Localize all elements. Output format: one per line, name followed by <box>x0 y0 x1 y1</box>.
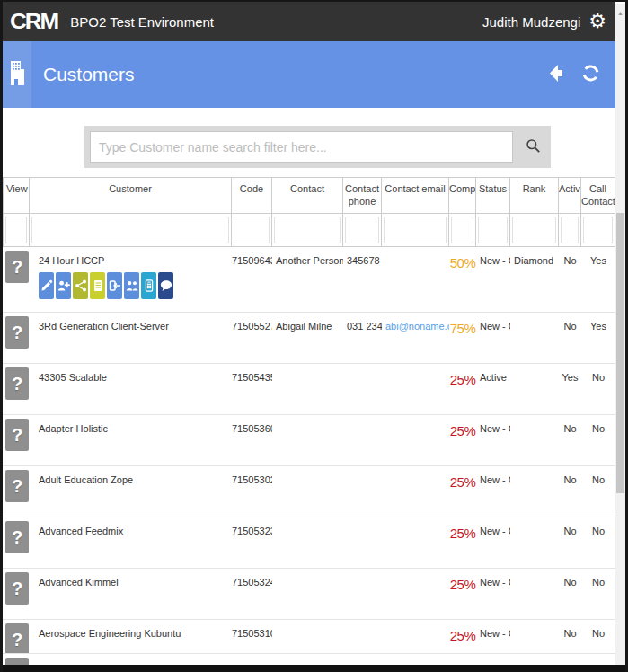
cell-contact-email <box>382 569 449 619</box>
cell-contact: Abigail Milne <box>272 313 343 363</box>
filter-cell-email <box>382 214 449 246</box>
cell-rank <box>510 569 559 619</box>
col-header-code[interactable]: Code <box>232 178 272 213</box>
cell-contact-phone <box>343 466 382 517</box>
scrollbar-thumb[interactable] <box>616 213 624 493</box>
col-header-contact[interactable]: Contact <box>272 178 343 213</box>
customer-name: 3Rd Generation Client-Server <box>33 321 232 332</box>
filter-contact-input[interactable] <box>274 217 341 243</box>
grid-header-row: ViewCustomerCodeContactContact phoneCont… <box>3 177 615 214</box>
email-link[interactable]: abi@noname.com <box>385 321 449 332</box>
filter-rank-input[interactable] <box>512 217 556 243</box>
cell-contact-phone: 345678 <box>343 247 382 312</box>
cell-call-contact: No <box>581 620 615 653</box>
cell-complete: 25% <box>449 620 476 653</box>
contacts-button[interactable] <box>124 272 139 299</box>
cell-contact <box>272 364 343 414</box>
filter-email-input[interactable] <box>384 217 447 243</box>
cell-code: 71505302 <box>232 466 272 517</box>
col-header-name[interactable]: Customer <box>30 178 232 213</box>
col-header-email[interactable]: Contact email <box>382 178 449 213</box>
edit-icon <box>40 279 53 292</box>
filter-view-input[interactable] <box>5 217 27 243</box>
customer-row[interactable]: ?43305 Scalable7150543525%ActiveYesNo <box>3 364 615 415</box>
cell-contact-phone <box>343 569 382 619</box>
view-customer-button[interactable]: ? <box>5 251 29 283</box>
view-customer-button[interactable]: ? <box>5 419 29 451</box>
cell-complete: 75% <box>449 313 476 363</box>
col-header-phone[interactable]: Contact phone <box>343 178 382 213</box>
search-bar <box>84 126 551 168</box>
cell-contact-email <box>382 415 449 465</box>
col-header-complete[interactable]: Complete <box>449 178 476 213</box>
chat-button[interactable] <box>158 272 173 299</box>
current-user-name: Judith Mudzengi <box>482 14 580 30</box>
cell-contact-phone: 031 234 567 <box>343 313 382 363</box>
customer-name: 43305 Scalable <box>33 372 232 383</box>
filter-phone-input[interactable] <box>345 217 379 243</box>
contacts-icon <box>126 279 138 292</box>
scroll-up-icon[interactable]: ▲ <box>615 4 625 16</box>
cell-contact-email: abi@noname.com <box>382 313 449 363</box>
search-icon[interactable] <box>526 138 541 157</box>
customer-row[interactable]: ?Aerospace Engineering Kubuntu7150531025… <box>3 620 615 654</box>
complete-percent: 75% <box>450 321 476 336</box>
col-header-view[interactable]: View <box>3 178 30 213</box>
view-customer-button[interactable]: ? <box>5 521 29 553</box>
share-button[interactable] <box>73 272 88 299</box>
cell-rank <box>510 313 559 363</box>
cell-complete: 25% <box>449 364 476 414</box>
settings-gear-icon[interactable]: ⚙ <box>588 12 606 31</box>
filter-name-input[interactable] <box>31 217 229 243</box>
cell-active: No <box>559 313 581 363</box>
search-input[interactable] <box>90 131 513 163</box>
filter-status-input[interactable] <box>478 217 508 243</box>
back-button[interactable] <box>548 63 570 87</box>
col-header-status[interactable]: Status <box>476 178 510 213</box>
add-contact-button[interactable] <box>56 272 71 299</box>
cell-active: No <box>559 569 581 619</box>
edit-button[interactable] <box>39 272 54 299</box>
filter-active-input[interactable] <box>561 217 579 243</box>
cell-rank <box>510 517 559 568</box>
cell-code: 71505435 <box>232 364 272 414</box>
cell-call-contact: No <box>581 364 615 414</box>
filter-code-input[interactable] <box>234 217 270 243</box>
keypad-button[interactable] <box>141 272 156 299</box>
customers-module-button[interactable] <box>3 41 31 108</box>
col-header-rank[interactable]: Rank <box>510 178 559 213</box>
cell-contact-phone <box>343 364 382 414</box>
customer-row[interactable]: ?24 Hour HCCP71509643Another Person34567… <box>3 247 615 313</box>
cell-contact: Another Person <box>272 247 343 312</box>
view-customer-button[interactable]: ? <box>5 316 29 349</box>
filter-cell-status <box>476 214 510 246</box>
sign-in-button[interactable] <box>107 272 122 299</box>
filter-call_contact-input[interactable] <box>583 217 613 243</box>
view-customer-button[interactable]: ? <box>5 367 29 400</box>
customer-row[interactable]: ?3Rd Generation Client-Server71505527Abi… <box>3 313 615 364</box>
refresh-button[interactable] <box>580 63 601 87</box>
customer-row[interactable]: ?Advanced Kimmel7150532425%New - CRMNoNo <box>3 569 615 620</box>
complete-percent: 50% <box>450 255 476 270</box>
cell-contact <box>272 415 343 465</box>
col-header-active[interactable]: Active <box>559 178 581 213</box>
view-customer-button[interactable]: ? <box>5 623 29 653</box>
cell-view: ? <box>3 620 30 653</box>
grid-filter-row <box>3 214 615 247</box>
customer-row[interactable]: ?Advanced Feedmix7150532325%New - CRMNoN… <box>3 517 615 569</box>
customer-row[interactable]: ?Adult Education Zope7150530225%New - CR… <box>3 466 615 517</box>
cell-rank <box>510 466 559 517</box>
cell-status: New - CRM <box>476 415 510 465</box>
filter-complete-input[interactable] <box>451 217 473 243</box>
view-customer-button[interactable]: ? <box>5 470 29 502</box>
notes-button[interactable] <box>90 272 105 299</box>
view-customer-button[interactable]: ? <box>5 572 29 605</box>
vertical-scrollbar[interactable]: ▲ <box>615 4 625 665</box>
complete-percent: 25% <box>450 372 476 387</box>
cell-complete: 25% <box>449 569 476 619</box>
cell-view: ? <box>3 517 30 568</box>
customer-row[interactable]: ?Adapter Holistic7150536025%New - CRMNoN… <box>3 415 615 466</box>
cell-customer: Advanced Kimmel <box>30 569 232 619</box>
complete-percent: 25% <box>450 577 476 592</box>
col-header-call_contact[interactable]: Call Contact <box>581 178 615 213</box>
